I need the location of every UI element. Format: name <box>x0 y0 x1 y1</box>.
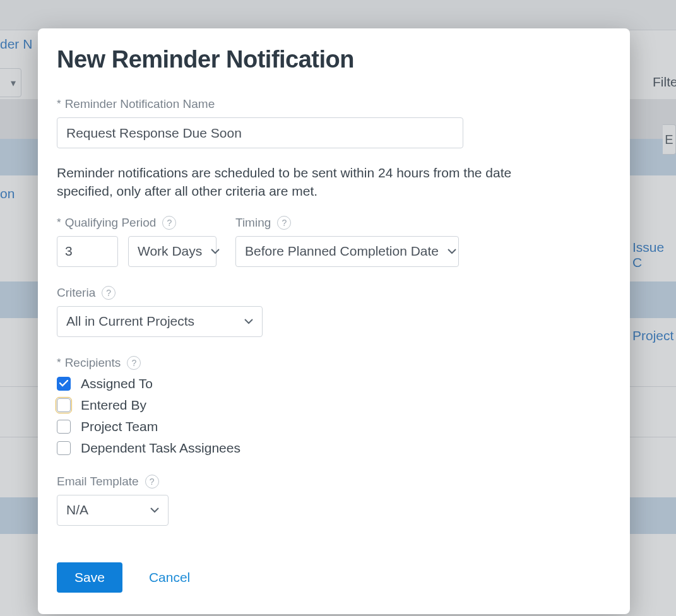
chevron-down-icon <box>244 319 253 324</box>
name-input[interactable] <box>57 117 463 148</box>
help-icon[interactable]: ? <box>162 216 176 230</box>
bg-header-fragment: der N <box>0 37 32 52</box>
chevron-down-icon <box>211 249 220 254</box>
timing-label: Timing ? <box>235 216 459 230</box>
criteria-label: Criteria ? <box>57 286 611 300</box>
chevron-down-icon <box>150 507 159 513</box>
checkbox-icon[interactable] <box>57 398 71 412</box>
checkbox-icon[interactable] <box>57 420 71 434</box>
help-icon[interactable]: ? <box>127 356 141 370</box>
recipient-entered-by[interactable]: Entered By <box>57 398 611 413</box>
checkbox-icon[interactable] <box>57 441 71 455</box>
chevron-down-icon <box>448 249 456 254</box>
bg-filter-label: Filte <box>653 74 676 90</box>
recipients-list: Assigned To Entered By Project Team Depe… <box>57 376 611 456</box>
criteria-select[interactable]: All in Current Projects <box>57 306 263 337</box>
qualifying-period-unit-select[interactable]: Work Days <box>128 236 216 267</box>
save-button[interactable]: Save <box>57 562 122 593</box>
bg-row-link-2: Issue C <box>632 240 676 270</box>
dialog-description: Reminder notifications are scheduled to … <box>57 163 549 201</box>
recipient-project-team[interactable]: Project Team <box>57 419 611 434</box>
help-icon[interactable]: ? <box>102 286 116 300</box>
bg-row-link-3: Project <box>632 328 673 343</box>
cancel-button[interactable]: Cancel <box>145 569 194 586</box>
email-template-label: Email Template ? <box>57 475 611 489</box>
qualifying-period-input[interactable] <box>57 236 118 267</box>
bg-dropdown-caret: ▾ <box>11 77 16 89</box>
help-icon[interactable]: ? <box>145 475 159 489</box>
dialog-title: New Reminder Notification <box>57 46 611 73</box>
bg-row-link-1: on <box>0 186 15 201</box>
recipients-label: Recipients ? <box>57 356 611 370</box>
recipient-assigned-to[interactable]: Assigned To <box>57 376 611 391</box>
help-icon[interactable]: ? <box>277 216 291 230</box>
name-label: Reminder Notification Name <box>57 97 611 111</box>
qualifying-period-label: Qualifying Period ? <box>57 216 216 230</box>
recipient-dependent-task-assignees[interactable]: Dependent Task Assignees <box>57 441 611 456</box>
timing-select[interactable]: Before Planned Completion Date <box>235 236 459 267</box>
bg-toolbar-button: E <box>663 124 676 155</box>
new-reminder-dialog: New Reminder Notification Reminder Notif… <box>38 28 630 614</box>
checkbox-icon[interactable] <box>57 377 71 391</box>
email-template-select[interactable]: N/A <box>57 495 169 526</box>
